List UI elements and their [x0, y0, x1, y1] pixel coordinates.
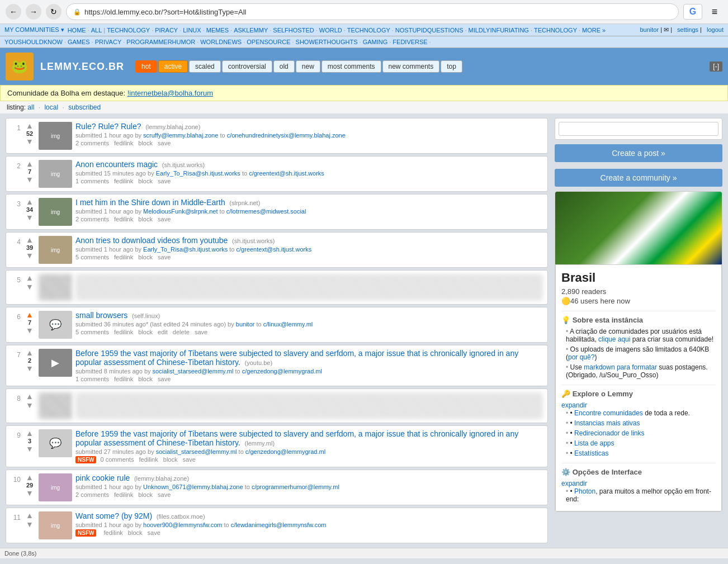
save-link[interactable]: save	[158, 376, 171, 382]
search-input[interactable]	[559, 122, 718, 136]
save-link[interactable]: save	[183, 456, 196, 463]
nav-linux[interactable]: LINUX	[183, 27, 201, 34]
explore-expand[interactable]: expandir	[561, 401, 716, 409]
upvote-button[interactable]: ▲	[26, 392, 34, 400]
post-title-link[interactable]: I met him in the Shire down in Middle-Ea…	[75, 198, 225, 207]
post-community-link[interactable]: c/greentext@sh.itjust.works	[237, 246, 312, 253]
listing-all[interactable]: all	[27, 103, 34, 111]
comments-link[interactable]: 2 comments	[75, 491, 109, 498]
downvote-button[interactable]: ▼	[26, 214, 34, 221]
about-link-2[interactable]: por quê?	[568, 353, 594, 361]
downvote-button[interactable]: ▼	[26, 520, 34, 528]
username-link[interactable]: bunitor	[640, 26, 659, 33]
nav-showerthoughts[interactable]: SHOWERTHOUGHTS	[296, 39, 358, 45]
fedilink[interactable]: fedilink	[114, 491, 133, 498]
block-link[interactable]: block	[138, 178, 153, 184]
sort-tab-new-comments[interactable]: new comments	[382, 60, 440, 73]
comments-link[interactable]: 0 comments	[101, 456, 134, 463]
edit-link[interactable]: edit	[158, 329, 168, 335]
save-link[interactable]: save	[195, 329, 207, 335]
sort-tab-controversial[interactable]: controversial	[222, 60, 272, 73]
nav-world[interactable]: WORLD	[319, 27, 342, 34]
downvote-button[interactable]: ▼	[26, 176, 34, 183]
comments-link[interactable]: 2 comments	[75, 140, 109, 146]
interface-expand[interactable]: expandir	[561, 480, 716, 487]
listing-local[interactable]: local	[44, 103, 58, 111]
nav-mildlyinfuriating[interactable]: MILDLYINFURIATING	[469, 27, 529, 34]
sort-tab-active[interactable]: active	[158, 60, 188, 73]
downvote-button[interactable]: ▼	[26, 138, 34, 145]
explore-link-stats[interactable]: Estatísticas	[574, 449, 608, 457]
block-link[interactable]: block	[138, 329, 153, 335]
post-author-link[interactable]: MelodiousFunk@slrpnk.net	[143, 208, 218, 215]
nav-technology-1[interactable]: TECHNOLOGY	[107, 27, 150, 34]
explore-link-apps[interactable]: Lista de apps	[574, 439, 614, 447]
search-engine-button[interactable]: G	[683, 4, 702, 20]
save-link[interactable]: save	[148, 529, 160, 536]
post-author-link[interactable]: bunitor	[236, 321, 255, 328]
post-author-link[interactable]: socialist_starseed@lemmy.ml	[153, 368, 234, 375]
logout-link[interactable]: logout	[707, 26, 724, 33]
upvote-button[interactable]: ▲	[26, 511, 34, 519]
fedilink[interactable]: fedilink	[114, 178, 133, 184]
upvote-button[interactable]: ▲	[26, 274, 34, 282]
fedilink[interactable]: fedilink	[114, 140, 133, 146]
comments-link[interactable]: 2 comments	[75, 216, 109, 222]
nav-memes[interactable]: MEMES	[206, 27, 229, 34]
downvote-button[interactable]: ▼	[26, 489, 34, 497]
upvote-button[interactable]: ▲	[26, 122, 34, 130]
explore-link-communities[interactable]: Encontre comunidades	[574, 409, 643, 417]
post-title-link[interactable]: Want some? (by 92M)	[75, 511, 152, 520]
post-author-link[interactable]: scruffy@lemmy.blahaj.zone	[143, 132, 218, 139]
nav-privacy[interactable]: PRIVACY	[95, 39, 121, 45]
downvote-button[interactable]: ▼	[26, 445, 34, 453]
fedilink[interactable]: fedilink	[114, 376, 133, 382]
downvote-button[interactable]: ▼	[26, 401, 34, 409]
interface-link-photon[interactable]: Photon	[574, 487, 595, 495]
refresh-button[interactable]: ↻	[46, 4, 62, 20]
fedilink[interactable]: fedilink	[114, 329, 133, 335]
save-link[interactable]: save	[158, 216, 171, 222]
sort-tab-scaled[interactable]: scaled	[189, 60, 221, 73]
nav-technology-3[interactable]: TECHNOLOGY	[534, 27, 577, 34]
upvote-button[interactable]: ▲	[26, 349, 34, 357]
block-link[interactable]: block	[138, 491, 153, 498]
about-link-3[interactable]: markdown para formatar	[584, 363, 657, 371]
upvote-button[interactable]: ▲	[26, 429, 34, 437]
nav-piracy[interactable]: PIRACY	[155, 27, 178, 34]
nav-more[interactable]: MORE »	[582, 27, 606, 34]
sort-tab-top[interactable]: top	[441, 60, 462, 73]
comments-link[interactable]: 1 comments	[75, 178, 109, 184]
nav-technology-2[interactable]: TECHNOLOGY	[347, 27, 390, 34]
post-community-link[interactable]: c/onehundredninetysix@lemmy.blahaj.zone	[227, 132, 346, 139]
upvote-button[interactable]: ▲	[26, 473, 34, 481]
block-link[interactable]: block	[138, 376, 153, 382]
comments-link[interactable]: 5 comments	[75, 254, 109, 260]
sort-tab-hot[interactable]: hot	[135, 60, 157, 73]
delete-link[interactable]: delete	[173, 329, 190, 335]
explore-link-redirect[interactable]: Redirecionador de links	[574, 429, 644, 437]
fedilink[interactable]: fedilink	[114, 216, 133, 222]
post-community-link[interactable]: c/programmerhumor@lemmy.ml	[252, 484, 339, 490]
featured-community-link[interactable]: !internetbela@bolha.forum	[127, 89, 213, 97]
upvote-button[interactable]: ▲	[26, 236, 34, 244]
post-title-link[interactable]: Before 1959 the vast majority of Tibetan…	[75, 429, 518, 447]
nav-games[interactable]: GAMES	[68, 39, 90, 45]
save-link[interactable]: save	[158, 178, 171, 184]
downvote-button[interactable]: ▼	[26, 364, 34, 372]
post-title-link[interactable]: small browsers	[75, 311, 127, 320]
comments-link[interactable]: 5 comments	[75, 329, 109, 335]
sort-tab-old[interactable]: old	[273, 60, 295, 73]
post-community-link[interactable]: c/linux@lemmy.ml	[263, 321, 313, 328]
post-community-link[interactable]: c/lotrmemes@midwest.social	[226, 208, 306, 215]
nav-nostupidquestions[interactable]: NOSTUPIDQUESTIONS	[395, 27, 464, 34]
listing-subscribed[interactable]: subscribed	[68, 103, 101, 111]
settings-link[interactable]: settings	[677, 26, 698, 33]
save-link[interactable]: save	[158, 140, 171, 146]
create-post-button[interactable]: Create a post »	[555, 144, 722, 162]
create-community-button[interactable]: Create a community »	[555, 169, 722, 187]
block-link[interactable]: block	[163, 456, 178, 463]
browser-menu-button[interactable]: ≡	[707, 4, 722, 20]
collapse-button[interactable]: [-]	[710, 61, 722, 72]
nav-programmerhumor[interactable]: PROGRAMMERHUMOR	[126, 39, 195, 45]
